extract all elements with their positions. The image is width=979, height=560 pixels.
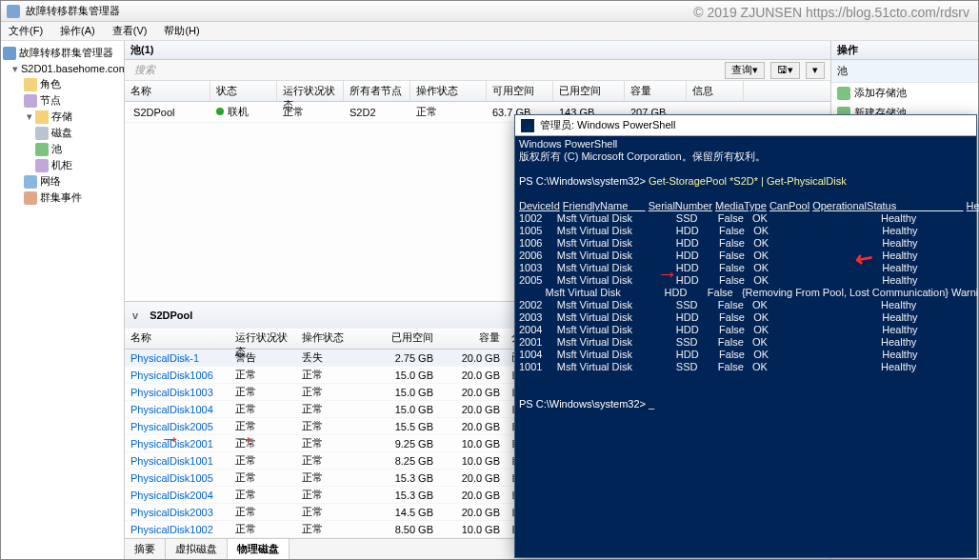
tree-events[interactable]: 群集事件 [3,190,122,206]
menu-file[interactable]: 文件(F) [5,24,47,38]
app-icon [7,5,20,18]
watermark: © 2019 ZJUNSEN https://blog.51cto.com/rd… [693,5,969,20]
menu-action[interactable]: 操作(A) [56,24,99,38]
menu-help[interactable]: 帮助(H) [160,24,203,38]
tree-network[interactable]: 网络 [3,173,122,190]
tab-summary[interactable]: 摘要 [125,539,166,559]
tree-pools[interactable]: 池 [3,141,122,157]
tree-roles[interactable]: 角色 [3,76,122,92]
powershell-output: Windows PowerShell 版权所有 (C) Microsoft Co… [515,136,976,412]
tree-root[interactable]: 故障转移群集管理器 [3,45,122,61]
tree-nodes[interactable]: 节点 [3,92,122,109]
powershell-window[interactable]: 管理员: Windows PowerShell Windows PowerShe… [514,114,977,558]
tab-vdisk[interactable]: 虚拟磁盘 [166,539,228,559]
query-button[interactable]: 查询▾ [725,62,765,79]
tree-storage[interactable]: ▾存储 [3,109,122,125]
pool-columns: 名称状态运行状况状态所有者节点操作状态可用空间已用空间容量信息 [125,81,830,102]
tree-panel: 故障转移群集管理器 ▾S2D01.basehome.com.cn 角色 节点 ▾… [1,41,125,559]
window-title: 故障转移群集管理器 [26,4,120,18]
action-add-pool[interactable]: 添加存储池 [831,83,978,103]
tab-pdisk[interactable]: 物理磁盘 [228,539,290,559]
tree-cluster[interactable]: ▾S2D01.basehome.com.cn [3,61,122,76]
actions-header: 操作 [831,41,978,60]
pools-header: 池(1) [125,41,830,60]
menu-view[interactable]: 查看(V) [109,24,151,38]
clear-search-button[interactable]: ▾ [806,62,825,79]
powershell-icon [521,119,534,132]
search-input[interactable]: 搜索 [130,63,719,77]
tree-disks[interactable]: 磁盘 [3,125,122,141]
save-search-button[interactable]: 🖫▾ [770,62,800,79]
actions-section: 池 [831,60,978,83]
tree-enclosure[interactable]: 机柜 [3,157,122,173]
